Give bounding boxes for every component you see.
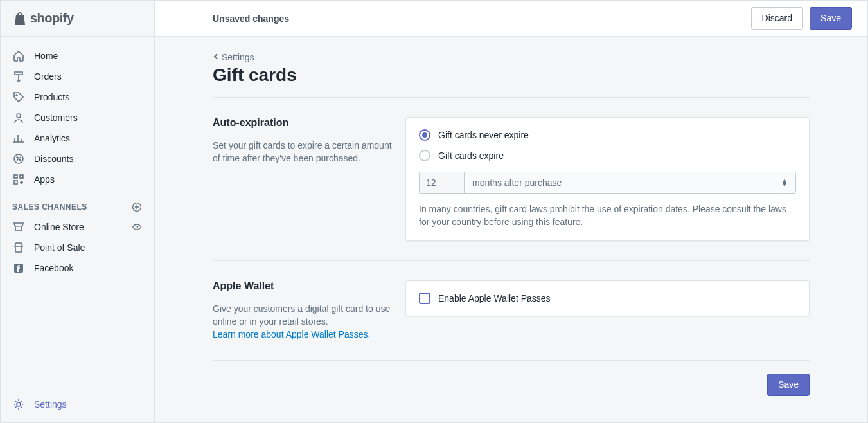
brand-name: shopify [30,11,74,26]
enable-apple-wallet-checkbox[interactable]: Enable Apple Wallet Passes [419,292,796,304]
shopify-bag-icon [12,11,26,26]
nav-home[interactable]: Home [1,46,154,66]
channels-header-label: SALES CHANNELS [12,203,87,212]
expiration-legal-note: In many countries, gift card laws prohib… [419,203,796,229]
point-of-sale-icon [12,241,25,254]
apps-icon [12,173,25,186]
settings-label: Settings [34,399,67,410]
section-apple-wallet: Apple Wallet Give your customers a digit… [213,261,810,361]
svg-point-3 [17,157,18,158]
breadcrumb-settings[interactable]: Settings [213,52,254,62]
nav-label: Products [34,92,69,102]
nav-label: Customers [34,113,78,123]
svg-point-1 [17,114,21,118]
products-icon [12,91,25,104]
nav-label: Apps [34,174,55,184]
nav-label: Orders [34,71,62,82]
apple-wallet-learn-more-link[interactable]: Learn more about Apple Wallet Passes. [213,329,370,339]
channel-label: Point of Sale [34,242,85,253]
nav-customers[interactable]: Customers [1,107,154,128]
channel-facebook[interactable]: Facebook [1,258,154,278]
nav-products[interactable]: Products [1,87,154,107]
eye-icon [132,222,142,232]
unsaved-changes-label: Unsaved changes [213,14,289,24]
select-arrows-icon: ▲▼ [781,179,788,186]
primary-nav: Home Orders Products Customers Analytics… [1,37,154,285]
nav-analytics[interactable]: Analytics [1,128,154,148]
apple-wallet-description: Give your customers a digital gift card … [213,303,390,327]
facebook-icon [12,262,25,274]
svg-point-4 [19,159,21,161]
save-button[interactable]: Save [810,7,852,30]
chevron-left-icon [213,52,219,62]
nav-label: Discounts [34,154,73,164]
expire-unit-select[interactable]: months after purchase ▲▼ [464,172,796,194]
radio-expire[interactable]: Gift cards expire [419,150,796,161]
view-store-button[interactable] [131,221,143,233]
auto-expiration-heading: Auto-expiration [213,117,393,129]
auto-expiration-description: Set your gift cards to expire a certain … [213,139,393,165]
radio-label: Gift cards never expire [438,130,529,140]
sidebar: shopify Home Orders Products Customers A… [1,1,155,422]
channel-point-of-sale[interactable]: Point of Sale [1,237,154,258]
apple-wallet-card: Enable Apple Wallet Passes [405,280,810,316]
gear-icon [12,398,25,411]
brand-logo[interactable]: shopify [1,1,154,37]
home-icon [12,50,25,62]
nav-orders[interactable]: Orders [1,66,154,87]
auto-expiration-card: Gift cards never expire Gift cards expir… [405,117,810,241]
svg-point-0 [16,94,17,96]
apple-wallet-heading: Apple Wallet [213,280,393,292]
channels-header: SALES CHANNELS [1,190,154,217]
svg-rect-5 [14,175,17,178]
channel-label: Facebook [34,263,73,273]
expire-duration-input[interactable] [419,172,464,194]
channel-online-store[interactable]: Online Store [1,217,154,237]
customers-icon [12,111,25,124]
svg-point-9 [136,226,137,228]
checkbox-indicator [419,292,430,304]
page-footer-actions: Save [213,361,810,396]
nav-discounts[interactable]: Discounts [1,148,154,169]
svg-point-11 [17,402,21,406]
nav-label: Home [34,51,58,61]
topbar: Unsaved changes Discard Save [155,1,867,37]
page-title: Gift cards [213,65,810,98]
radio-indicator [419,129,430,141]
radio-indicator [419,150,430,161]
discard-button[interactable]: Discard [751,7,803,30]
svg-rect-6 [20,175,23,178]
analytics-icon [12,132,25,145]
radio-label: Gift cards expire [438,150,504,161]
svg-rect-7 [14,181,17,184]
select-label: months after purchase [472,177,562,188]
checkbox-label: Enable Apple Wallet Passes [438,293,551,303]
channel-label: Online Store [34,222,84,232]
orders-icon [12,70,25,83]
main-content: Unsaved changes Discard Save Settings Gi… [155,1,867,422]
online-store-icon [12,221,25,233]
breadcrumb-label: Settings [222,52,254,62]
section-auto-expiration: Auto-expiration Set your gift cards to e… [213,98,810,261]
radio-never-expire[interactable]: Gift cards never expire [419,129,796,141]
footer-save-button[interactable]: Save [767,374,810,396]
discounts-icon [12,152,25,165]
plus-circle-icon [132,202,142,212]
nav-label: Analytics [34,133,70,143]
nav-settings[interactable]: Settings [12,398,143,411]
add-channel-button[interactable] [131,201,143,213]
nav-apps[interactable]: Apps [1,169,154,190]
